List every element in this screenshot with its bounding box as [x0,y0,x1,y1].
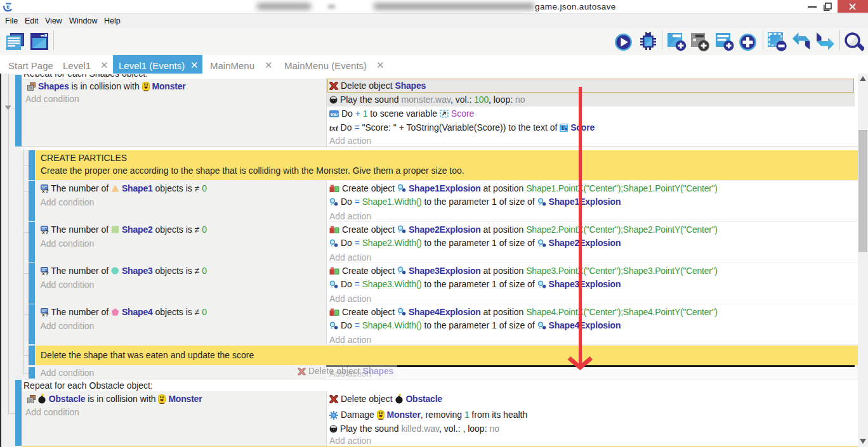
svg-text:Var: Var [330,112,338,117]
svg-text:?: ? [45,229,48,234]
svg-text:?: ? [45,270,48,275]
svg-text:x: x [565,127,568,131]
svg-text:?: ? [45,188,48,193]
svg-text:?: ? [45,311,48,316]
